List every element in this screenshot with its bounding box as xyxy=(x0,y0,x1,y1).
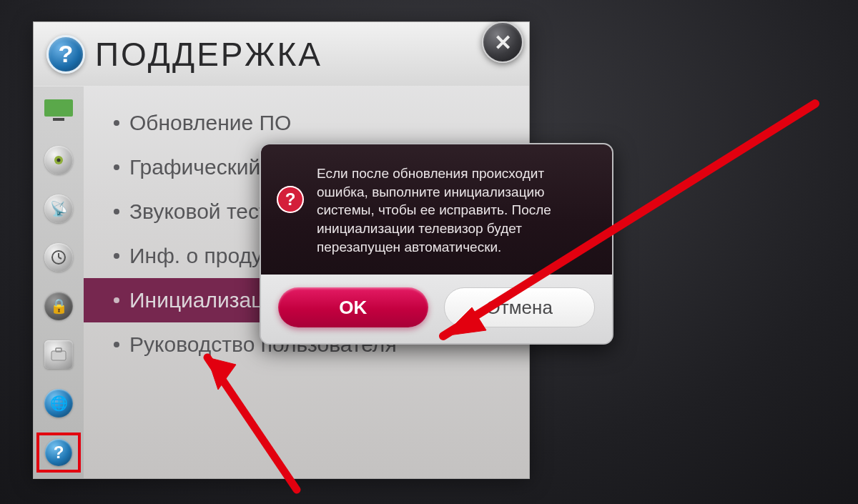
dialog-message: Если после обновления происходит ошибка,… xyxy=(317,164,592,256)
svg-rect-8 xyxy=(56,348,61,352)
clock-icon xyxy=(44,243,73,272)
support-header-icon: ? xyxy=(46,35,85,74)
menu-item-label: Звуковой тест xyxy=(129,199,269,224)
speaker-icon xyxy=(44,146,73,174)
ok-button[interactable]: OK xyxy=(278,287,428,327)
monitor-icon xyxy=(43,98,74,125)
help-icon: ? xyxy=(45,439,72,466)
question-icon: ? xyxy=(277,186,304,213)
bullet-icon xyxy=(114,120,119,126)
briefcase-icon xyxy=(44,340,73,369)
bullet-icon xyxy=(114,253,119,259)
confirm-dialog: ? Если после обновления происходит ошибк… xyxy=(260,143,613,345)
dialog-body: ? Если после обновления происходит ошибк… xyxy=(261,144,612,275)
bullet-icon xyxy=(114,297,119,303)
bullet-icon xyxy=(114,209,119,214)
panel-header: ? ПОДДЕРЖКА xyxy=(34,22,529,87)
cancel-button-label: Отмена xyxy=(486,297,553,319)
sidebar-item-lock[interactable]: 🔒 xyxy=(39,287,78,325)
sidebar-item-channel[interactable]: 📡 xyxy=(39,189,78,228)
menu-item-label: Обновление ПО xyxy=(129,111,291,135)
svg-rect-1 xyxy=(53,118,64,121)
sidebar: 📡 🔒 🌐 ? xyxy=(34,87,84,478)
close-icon: ✕ xyxy=(494,30,512,55)
svg-rect-0 xyxy=(44,99,73,117)
sidebar-item-support[interactable]: ? xyxy=(36,433,81,473)
bullet-icon xyxy=(114,342,119,347)
dialog-footer: OK Отмена xyxy=(261,275,612,343)
satellite-icon: 📡 xyxy=(44,194,73,223)
cancel-button[interactable]: Отмена xyxy=(444,287,596,327)
menu-item-software-update[interactable]: Обновление ПО xyxy=(109,101,529,145)
globe-icon: 🌐 xyxy=(44,389,73,417)
sidebar-item-picture[interactable] xyxy=(39,92,78,131)
ok-button-label: OK xyxy=(339,297,367,319)
svg-rect-7 xyxy=(51,351,66,360)
svg-line-6 xyxy=(59,257,61,259)
sidebar-item-time[interactable] xyxy=(39,238,78,277)
lock-icon: 🔒 xyxy=(44,292,73,320)
bullet-icon xyxy=(114,164,119,170)
close-button[interactable]: ✕ xyxy=(482,21,523,63)
sidebar-item-sound[interactable] xyxy=(39,141,78,179)
sidebar-item-option[interactable] xyxy=(39,335,78,374)
page-title: ПОДДЕРЖКА xyxy=(95,35,322,74)
sidebar-item-network[interactable]: 🌐 xyxy=(39,384,78,423)
svg-point-3 xyxy=(57,159,61,162)
